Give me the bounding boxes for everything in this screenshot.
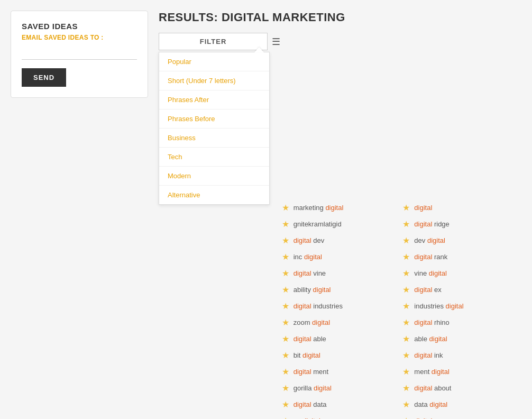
star-icon[interactable]: ★ [282, 334, 289, 344]
list-item: ★digital industries [280, 298, 401, 314]
result-text: digital ment [293, 368, 328, 376]
filter-dropdown: PopularShort (Under 7 letters)Phrases Af… [159, 52, 270, 205]
result-text: bit digital [293, 351, 320, 359]
star-icon[interactable]: ★ [402, 252, 410, 262]
list-item: ★inc digital [280, 249, 401, 265]
sidebar: SAVED IDEAS EMAIL SAVED IDEAS TO : SEND [11, 11, 148, 98]
result-text: digital data [293, 400, 327, 408]
star-icon[interactable]: ★ [282, 268, 289, 278]
menu-icon[interactable]: ☰ [272, 36, 280, 48]
result-text: ability digital [293, 286, 331, 294]
result-text: gnitekramlatigid [293, 220, 342, 228]
list-item: ★digital about [400, 380, 521, 396]
result-text: digital ex [414, 286, 441, 294]
dropdown-item[interactable]: Phrases After [159, 90, 269, 110]
result-text: data digital [414, 400, 447, 408]
star-icon[interactable]: ★ [282, 219, 289, 229]
send-button[interactable]: SEND [22, 68, 66, 87]
list-item: ★digital rank [400, 249, 521, 265]
star-icon[interactable]: ★ [402, 350, 410, 360]
star-icon[interactable]: ★ [282, 367, 289, 377]
list-item: ★bit digital [280, 347, 401, 363]
result-text: digital ink [414, 351, 443, 359]
star-icon[interactable]: ★ [402, 285, 410, 295]
result-text: digital vapor [414, 417, 451, 419]
result-text: gorilla digital [293, 384, 332, 392]
star-icon[interactable]: ★ [402, 383, 410, 393]
star-icon[interactable]: ★ [402, 367, 410, 377]
star-icon[interactable]: ★ [282, 383, 289, 393]
result-text: digital dev [293, 236, 325, 244]
list-item: ★digital rhino [400, 314, 521, 331]
star-icon[interactable]: ★ [402, 334, 410, 344]
star-icon[interactable]: ★ [402, 416, 410, 419]
star-icon[interactable]: ★ [282, 317, 289, 327]
dropdown-item[interactable]: Tech [159, 148, 269, 167]
star-icon[interactable]: ★ [402, 235, 410, 245]
star-icon[interactable]: ★ [282, 301, 289, 311]
result-text: digital rhino [414, 318, 450, 326]
filter-button[interactable]: FILTER [159, 33, 268, 50]
result-text: zoom digital [293, 318, 330, 326]
list-item: ★digital ex [400, 281, 521, 298]
result-text: vine digital [414, 269, 446, 277]
dropdown-arrow [254, 47, 264, 52]
list-item: ★digital [400, 199, 521, 216]
list-item: ★gnitekramlatigid [280, 216, 401, 232]
star-icon[interactable]: ★ [282, 399, 289, 409]
result-text: industries digital [414, 302, 463, 310]
list-item: ★co digital [280, 413, 401, 419]
star-icon[interactable]: ★ [402, 268, 410, 278]
list-item: ★digital ink [400, 347, 521, 363]
list-item: ★digital ment [280, 363, 401, 380]
email-label: EMAIL SAVED IDEAS TO : [22, 34, 137, 41]
list-item: ★digital vine [280, 265, 401, 281]
result-text: able digital [414, 335, 447, 343]
dropdown-item[interactable]: Modern [159, 167, 269, 186]
saved-ideas-title: SAVED IDEAS [22, 22, 137, 31]
star-icon[interactable]: ★ [402, 219, 410, 229]
star-icon[interactable]: ★ [402, 317, 410, 327]
list-item: ★dev digital [400, 232, 521, 249]
star-icon[interactable]: ★ [402, 399, 410, 409]
page-title: RESULTS: DIGITAL MARKETING [159, 11, 521, 24]
star-icon[interactable]: ★ [282, 416, 289, 419]
result-text: digital about [414, 384, 451, 392]
result-text: inc digital [293, 253, 322, 261]
list-item: ★digital dev [280, 232, 401, 249]
dropdown-item[interactable]: Popular [159, 52, 269, 71]
result-text: digital ridge [414, 220, 450, 228]
list-item: ★vine digital [400, 265, 521, 281]
list-item: ★industries digital [400, 298, 521, 314]
results-column-3: ★digital★digital ridge★dev digital★digit… [400, 59, 521, 419]
star-icon[interactable]: ★ [282, 350, 289, 360]
list-item: ★able digital [400, 331, 521, 347]
result-text: digital industries [293, 302, 343, 310]
result-text: digital vine [293, 269, 326, 277]
result-text: dev digital [414, 236, 445, 244]
email-input[interactable] [22, 47, 137, 60]
list-item: ★zoom digital [280, 314, 401, 331]
dropdown-item[interactable]: Short (Under 7 letters) [159, 71, 269, 90]
star-icon[interactable]: ★ [282, 252, 289, 262]
dropdown-item[interactable]: Alternative [159, 186, 269, 204]
result-text: digital [414, 204, 432, 212]
list-item: ★digital vapor [400, 413, 521, 419]
dropdown-item[interactable]: Business [159, 129, 269, 148]
filter-container: FILTER ☰ PopularShort (Under 7 letters)P… [159, 33, 280, 50]
list-item: ★marketing digital [280, 199, 401, 216]
dropdown-item[interactable]: Phrases Before [159, 110, 269, 129]
star-icon[interactable]: ★ [402, 203, 410, 213]
list-item: ★data digital [400, 396, 521, 413]
list-item: ★gorilla digital [280, 380, 401, 396]
star-icon[interactable]: ★ [282, 203, 289, 213]
star-icon[interactable]: ★ [402, 301, 410, 311]
star-icon[interactable]: ★ [282, 235, 289, 245]
results-column-2: ★marketing digital★gnitekramlatigid★digi… [280, 59, 401, 419]
star-icon[interactable]: ★ [282, 285, 289, 295]
main-content: RESULTS: DIGITAL MARKETING FILTER ☰ Popu… [159, 11, 521, 419]
result-text: digital rank [414, 253, 447, 261]
list-item: ★ability digital [280, 281, 401, 298]
list-item: ★digital ridge [400, 216, 521, 232]
result-text: marketing digital [293, 204, 344, 212]
